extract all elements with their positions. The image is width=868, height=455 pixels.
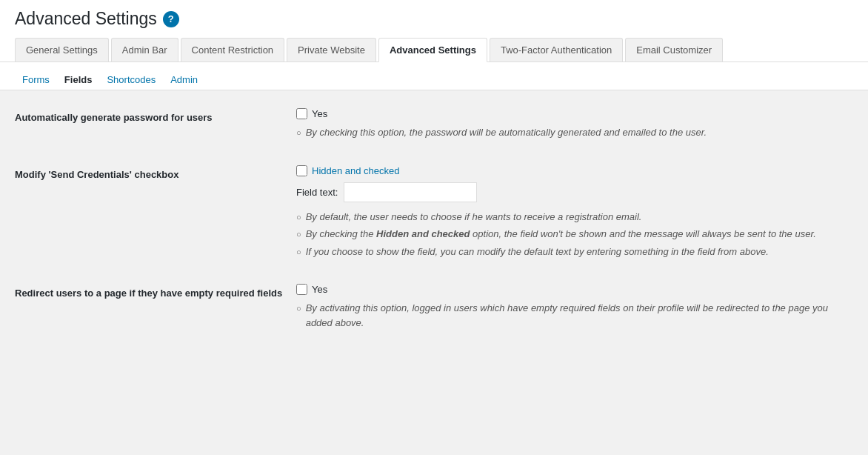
section-send-credentials: Modify 'Send Credentials' checkbox Hidde… <box>15 165 853 262</box>
main-tabs: General Settings Admin Bar Content Restr… <box>15 38 853 62</box>
hint-creds-2: By checking the Hidden and checked optio… <box>296 227 853 242</box>
checkbox-row-redirect: Yes <box>296 284 853 295</box>
hints-auto: By checking this option, the password wi… <box>296 125 853 140</box>
sub-nav: Forms Fields Shortcodes Admin <box>0 62 868 90</box>
title-row: Advanced Settings ? <box>15 9 853 38</box>
hint-auto-1: By checking this option, the password wi… <box>296 125 853 140</box>
control-redirect-empty: Yes By activating this option, logged in… <box>296 284 853 333</box>
subtab-admin[interactable]: Admin <box>163 70 205 90</box>
page-header: Advanced Settings ? General Settings Adm… <box>0 0 868 62</box>
subtab-fields[interactable]: Fields <box>57 70 100 90</box>
checkbox-row-auto: Yes <box>296 108 853 119</box>
help-icon[interactable]: ? <box>163 11 179 27</box>
checkbox-row-creds: Hidden and checked <box>296 165 853 176</box>
tab-general[interactable]: General Settings <box>15 38 109 62</box>
checkbox-label-creds: Hidden and checked <box>312 165 400 176</box>
control-auto-password: Yes By checking this option, the passwor… <box>296 108 853 143</box>
field-text-label: Field text: <box>296 187 338 198</box>
hint-creds-1: By default, the user needs to choose if … <box>296 210 853 225</box>
label-redirect-empty: Redirect users to a page if they have em… <box>15 284 296 300</box>
field-text-input[interactable] <box>344 182 477 202</box>
section-redirect-empty: Redirect users to a page if they have em… <box>15 284 853 333</box>
tab-adminbar[interactable]: Admin Bar <box>111 38 178 62</box>
page-wrapper: Advanced Settings ? General Settings Adm… <box>0 0 868 455</box>
section-auto-password: Automatically generate password for user… <box>15 108 853 143</box>
checkbox-label-redirect: Yes <box>312 284 327 295</box>
subtab-shortcodes[interactable]: Shortcodes <box>99 70 163 90</box>
checkbox-auto-password[interactable] <box>296 108 307 119</box>
checkbox-label-auto: Yes <box>312 108 327 119</box>
hint-creds-3: If you choose to show the field, you can… <box>296 245 853 259</box>
tab-content[interactable]: Content Restriction <box>181 38 285 62</box>
tab-email[interactable]: Email Customizer <box>625 38 723 62</box>
content-area: Automatically generate password for user… <box>0 90 868 373</box>
sub-nav-links: Forms Fields Shortcodes Admin <box>15 70 853 90</box>
tab-advanced[interactable]: Advanced Settings <box>378 38 487 62</box>
hint-redirect-1: By activating this option, logged in use… <box>296 301 853 330</box>
field-text-row: Field text: <box>296 182 853 202</box>
checkbox-send-credentials[interactable] <box>296 165 307 176</box>
hints-creds: By default, the user needs to choose if … <box>296 210 853 259</box>
hints-redirect: By activating this option, logged in use… <box>296 301 853 330</box>
control-send-credentials: Hidden and checked Field text: By defaul… <box>296 165 853 262</box>
tab-private[interactable]: Private Website <box>287 38 376 62</box>
subtab-forms[interactable]: Forms <box>15 70 57 90</box>
tab-twofactor[interactable]: Two-Factor Authentication <box>490 38 623 62</box>
page-title: Advanced Settings <box>15 9 157 29</box>
checkbox-redirect[interactable] <box>296 284 307 295</box>
label-auto-password: Automatically generate password for user… <box>15 108 296 124</box>
label-send-credentials: Modify 'Send Credentials' checkbox <box>15 165 296 182</box>
